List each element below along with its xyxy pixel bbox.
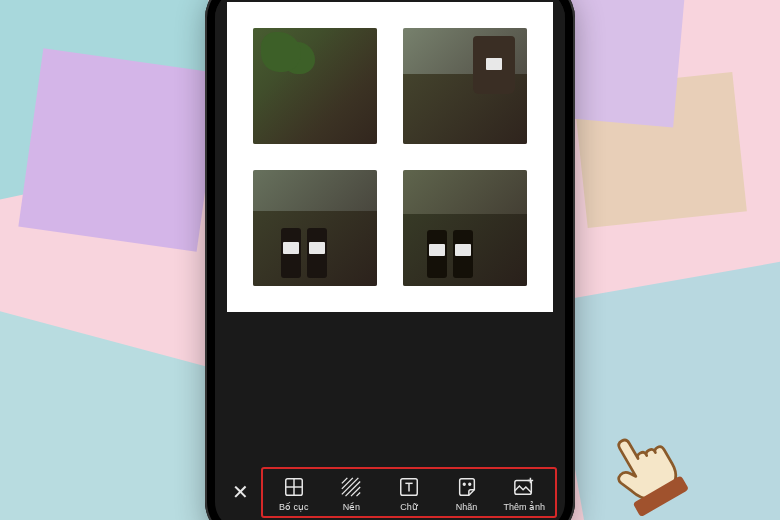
collage-photo-slot[interactable] [253, 28, 377, 144]
collage-photo-slot[interactable] [253, 170, 377, 286]
svg-point-12 [463, 483, 465, 485]
tool-label: Nền [343, 502, 361, 512]
editor-canvas-area[interactable] [215, 0, 565, 460]
collage-photo-slot[interactable] [403, 28, 527, 144]
tool-label: Thêm ảnh [503, 502, 545, 512]
texture-icon [339, 475, 363, 499]
tool-text[interactable]: Chữ [384, 475, 434, 512]
svg-line-8 [357, 492, 361, 496]
phone-frame: ✕ Bố cục [205, 0, 575, 520]
sticker-icon [455, 475, 479, 499]
tool-label: Bố cục [279, 502, 309, 512]
close-button[interactable]: ✕ [223, 466, 257, 518]
tool-label: Chữ [400, 502, 418, 512]
svg-line-7 [351, 487, 360, 496]
tool-add-image[interactable]: Thêm ảnh [499, 475, 549, 512]
svg-point-13 [468, 483, 470, 485]
tools-toolbar: Bố cục Nền [261, 467, 557, 518]
svg-line-4 [342, 477, 353, 488]
collage-photo-slot[interactable] [403, 170, 527, 286]
text-icon [397, 475, 421, 499]
tool-sticker[interactable]: Nhãn [442, 475, 492, 512]
collage-canvas[interactable] [227, 2, 553, 312]
tool-background[interactable]: Nền [326, 475, 376, 512]
tool-layout[interactable]: Bố cục [269, 475, 319, 512]
tool-label: Nhãn [456, 502, 478, 512]
bottom-toolbar-row: ✕ Bố cục [215, 460, 565, 520]
close-icon: ✕ [232, 480, 249, 504]
phone-screen: ✕ Bố cục [215, 0, 565, 520]
add-image-icon [512, 475, 536, 499]
svg-line-3 [342, 477, 348, 483]
layout-grid-icon [282, 475, 306, 499]
